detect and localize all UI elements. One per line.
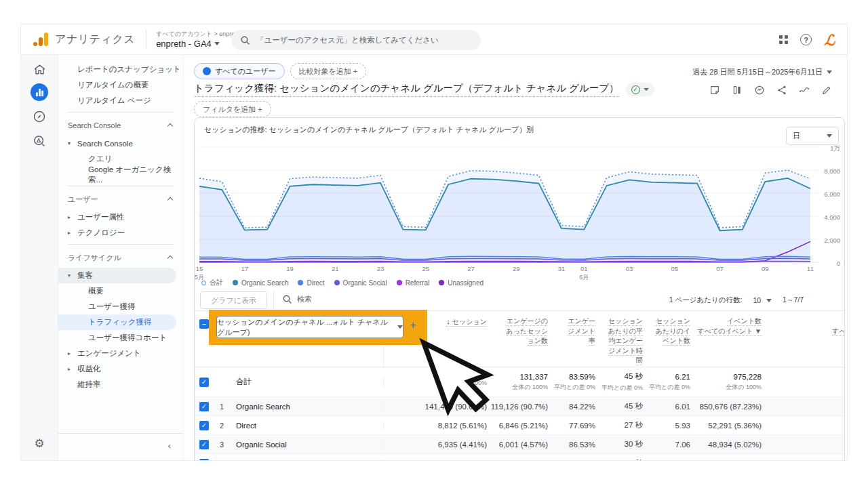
y-axis-label: 8,000	[824, 167, 840, 175]
sidebar-item-Google オーガニック検索...[interactable]: Google オーガニック検索...	[58, 167, 183, 182]
analytics-logo-icon[interactable]	[33, 33, 48, 46]
account-switcher[interactable]: すべてのアカウント > enpreth enpreth - GA4	[146, 30, 240, 49]
x-axis-label: 11	[807, 265, 814, 272]
x-axis-label: 25	[422, 265, 429, 272]
search-placeholder: 「ユーザーのアクセス元」と検索してみてください	[256, 35, 439, 45]
data-quality-badge[interactable]: ✓	[626, 83, 654, 96]
cell-rate: 77.69%	[551, 422, 598, 430]
date-range-picker[interactable]: 過去 28 日間 5月15日～2025年6月11日	[692, 67, 832, 77]
column-header-label: セッション あたりのイ ベント数	[646, 317, 690, 346]
sidebar-item-ユーザー属性[interactable]: ▸ユーザー属性	[58, 209, 183, 225]
sidebar-item-収益化[interactable]: ▸収益化	[58, 361, 183, 377]
explore-icon[interactable]	[31, 132, 48, 150]
feedback-note-icon[interactable]	[709, 85, 720, 96]
chevron-down-icon	[766, 299, 772, 302]
plot-rows-button[interactable]: グラフに表示	[200, 291, 267, 309]
ab-compare-icon[interactable]	[732, 85, 743, 96]
apps-grid-icon[interactable]	[779, 35, 788, 44]
column-header-label: エンゲー ジメント 率	[551, 317, 595, 346]
tree-arrow-icon: ▸	[68, 366, 71, 372]
dimension-dropdown[interactable]: セッションのメインのチャネル ...ォルト チャネル グループ)	[216, 316, 403, 338]
sidebar-divider	[68, 112, 174, 113]
sidebar-item-ユーザー獲得[interactable]: ユーザー獲得	[58, 299, 183, 314]
table-row-Organic Social[interactable]: ✓3Organic Social6,935 (4.41%)6,001 (4.57…	[195, 435, 844, 454]
y-axis-label: 2,000	[824, 237, 840, 244]
sparkline-icon[interactable]	[799, 85, 810, 96]
reports-icon[interactable]	[31, 83, 48, 101]
sidebar-item-Search Console[interactable]: ▾Search Console	[58, 136, 183, 151]
totals-subtext: 全体の 100%	[490, 383, 548, 392]
search-icon	[283, 295, 292, 304]
sidebar-item-ユーザー獲得コホート[interactable]: ユーザー獲得コホート	[58, 330, 183, 346]
sidebar-item-レポートのスナップショット[interactable]: レポートのスナップショット	[58, 62, 183, 77]
select-all-checkbox[interactable]: –	[199, 319, 209, 329]
advertising-icon[interactable]	[31, 108, 48, 125]
sidebar-item-リアルタイムの概要[interactable]: リアルタイムの概要	[58, 77, 183, 93]
row-checkbox[interactable]: ✓	[199, 459, 216, 461]
cell-event_count: 48,934 (5.02%)	[693, 441, 764, 449]
insights-icon[interactable]	[754, 85, 765, 96]
cell-channel-name: Referral	[231, 460, 383, 461]
check-icon: ✓	[631, 85, 640, 94]
sidebar-item-エンゲージメント[interactable]: ▸エンゲージメント	[58, 346, 183, 361]
y-axis-label: 6,000	[824, 190, 840, 198]
column-header-key_events[interactable]: キ すべて	[764, 311, 845, 367]
row-checkbox[interactable]: ✓	[199, 378, 216, 387]
table-search-input[interactable]: 検索	[283, 294, 312, 304]
person-icon	[203, 67, 211, 75]
sidebar-item-維持率[interactable]: 維持率	[58, 377, 183, 392]
column-header-avg_time[interactable]: セッション あたりの平 均エンゲー ジメント時 間	[598, 311, 646, 367]
cell-event_count: 16,192 (1.66%)	[693, 460, 764, 461]
sidebar-item-集客[interactable]: ▾集客	[58, 268, 176, 283]
column-header-engaged[interactable]: エンゲージの あったセッシ ョン数	[490, 311, 551, 367]
global-search-input[interactable]: 「ユーザーのアクセス元」と検索してみてください	[231, 30, 481, 50]
edit-pencil-icon[interactable]	[821, 85, 832, 96]
chevron-down-icon	[397, 325, 403, 329]
collapse-sidebar-button[interactable]: ‹	[168, 441, 171, 451]
add-filter-chip[interactable]: フィルタを追加 +	[194, 101, 271, 117]
totals-subtext: 全体の 100%	[384, 379, 487, 388]
cell-value: 27 秒	[598, 420, 643, 430]
sidebar-section-Search Console[interactable]: Search Console	[58, 115, 183, 136]
legend-marker-icon	[233, 280, 238, 285]
sidebar-item-概要[interactable]: 概要	[58, 283, 183, 299]
row-checkbox[interactable]: ✓	[199, 402, 216, 411]
column-header-rate[interactable]: エンゲー ジメント 率	[551, 311, 598, 367]
admin-gear-icon[interactable]: ⚙	[31, 434, 48, 452]
x-axis-label: 19	[286, 265, 294, 272]
share-icon[interactable]	[776, 85, 787, 96]
totals-subtext: 全体の 100%	[693, 383, 762, 392]
sidebar-section-ユーザー[interactable]: ユーザー	[58, 189, 183, 209]
sidebar-item-トラフィック獲得[interactable]: トラフィック獲得	[58, 314, 176, 330]
help-icon[interactable]: ?	[800, 34, 812, 45]
row-checkbox[interactable]: ✓	[199, 440, 216, 449]
column-header-label: エンゲージの あったセッシ ョン数	[490, 317, 548, 346]
totals-value: 975,228	[693, 373, 762, 381]
column-header-events_per_session[interactable]: セッション あたりのイ ベント数	[646, 311, 693, 367]
sidebar-section-ライフサイクル[interactable]: ライフサイクル	[58, 247, 183, 268]
checkbox-checked-icon: ✓	[199, 378, 209, 387]
sidebar-item-リアルタイム ページ[interactable]: リアルタイム ページ	[58, 93, 183, 108]
home-icon[interactable]	[31, 60, 48, 78]
table-row-Organic Search[interactable]: ✓1Organic Search141,439 (90.02%)119,126 …	[195, 397, 844, 416]
chevron-up-icon	[167, 256, 173, 261]
audience-chip[interactable]: すべてのユーザー	[194, 63, 285, 79]
row-checkbox[interactable]: ✓	[199, 421, 216, 430]
sidebar-item-テクノロジー[interactable]: ▸テクノロジー	[58, 225, 183, 241]
cell-value: 52,291 (5.36%)	[693, 422, 762, 430]
cell-avg_time: 30 秒	[598, 439, 646, 449]
column-header-event_count[interactable]: イベント数 すべてのイベント ▼	[693, 311, 764, 367]
cell-sessions: 8,812 (5.61%)	[383, 422, 490, 430]
totals-label: 合計	[231, 377, 383, 387]
rows-per-page-select[interactable]: 10	[753, 296, 772, 304]
cell-rank: 4	[216, 460, 231, 461]
chevron-down-icon	[214, 42, 220, 45]
cell-event_count: 850,676 (87.23%)	[693, 403, 764, 411]
add-comparison-chip[interactable]: 比較対象を追加 +	[290, 63, 367, 79]
brand-title: アナリティクス	[55, 33, 135, 47]
checkbox-checked-icon: ✓	[199, 421, 209, 430]
cell-rate: 86.53%	[551, 441, 598, 449]
table-row-Direct[interactable]: ✓2Direct8,812 (5.61%)6,846 (5.21%)77.69%…	[195, 416, 844, 435]
add-dimension-button[interactable]: +	[410, 319, 416, 332]
table-row-Referral[interactable]: ✓4Referral1,973 (1.26%)1,550 (1.18%)78.5…	[195, 454, 844, 460]
